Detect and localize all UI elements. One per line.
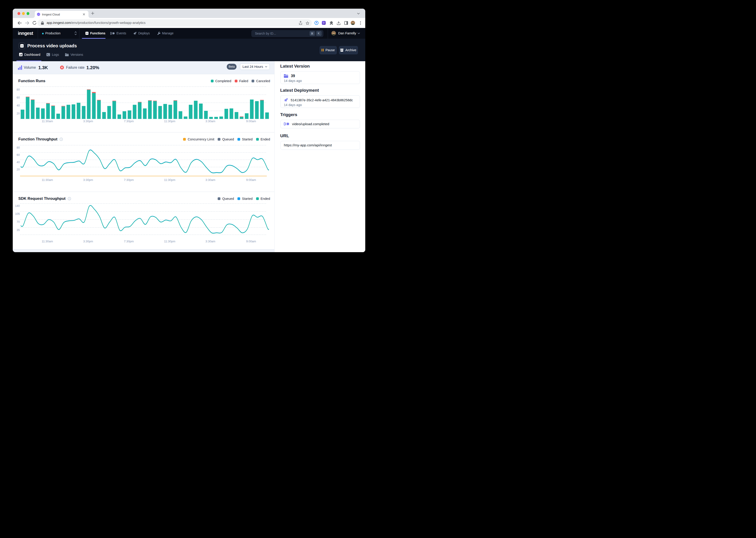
svg-text:3:30pm: 3:30pm <box>83 178 93 182</box>
svg-text:7:30pm: 7:30pm <box>124 120 134 123</box>
svg-text:3:30pm: 3:30pm <box>83 120 93 123</box>
svg-text:20: 20 <box>17 168 20 171</box>
svg-text:80: 80 <box>17 146 20 149</box>
svg-text:40: 40 <box>17 104 20 107</box>
svg-text:11:30am: 11:30am <box>42 120 53 123</box>
svg-text:105: 105 <box>15 212 20 216</box>
svg-text:70: 70 <box>17 220 20 224</box>
svg-text:11:30pm: 11:30pm <box>164 178 175 182</box>
svg-text:11:30pm: 11:30pm <box>164 120 175 123</box>
svg-text:11:30pm: 11:30pm <box>164 240 175 243</box>
svg-text:<>: <> <box>21 45 23 47</box>
svg-text:9:00am: 9:00am <box>246 120 256 123</box>
svg-text:20: 20 <box>17 112 20 115</box>
svg-text:11:30am: 11:30am <box>42 240 53 243</box>
svg-text:80: 80 <box>17 88 20 91</box>
svg-text:3:30am: 3:30am <box>205 240 215 243</box>
svg-text:9:00am: 9:00am <box>246 240 256 243</box>
svg-text:3:30am: 3:30am <box>205 178 215 182</box>
svg-text:7:30pm: 7:30pm <box>124 178 134 182</box>
svg-text:60: 60 <box>17 153 20 157</box>
svg-text:<>: <> <box>86 32 88 34</box>
svg-text:35: 35 <box>17 229 20 232</box>
svg-text:140: 140 <box>15 204 20 208</box>
svg-text:7:30pm: 7:30pm <box>124 240 134 243</box>
svg-text:3:30pm: 3:30pm <box>83 240 93 243</box>
svg-text:60: 60 <box>17 96 20 99</box>
svg-text:11:30am: 11:30am <box>42 178 53 182</box>
svg-text:9:00am: 9:00am <box>246 178 256 182</box>
svg-text:40: 40 <box>17 161 20 164</box>
svg-text:3:30am: 3:30am <box>205 120 215 123</box>
